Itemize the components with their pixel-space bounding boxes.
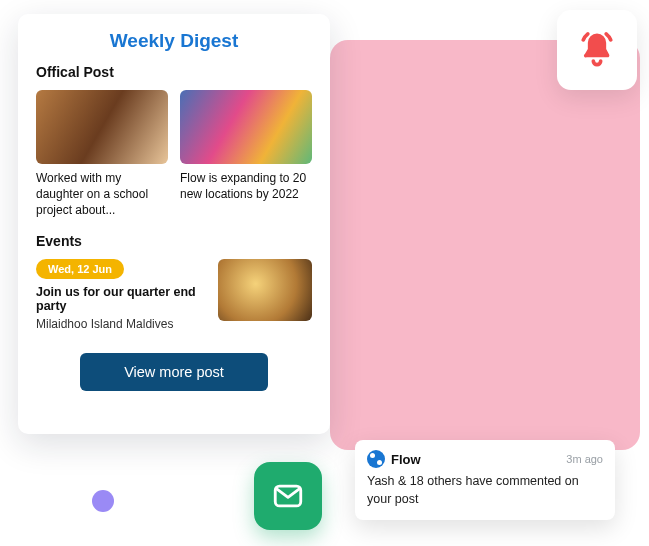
decorative-dot bbox=[92, 490, 114, 512]
post-caption: Worked with my daughter on a school proj… bbox=[36, 170, 168, 219]
event-date-badge: Wed, 12 Jun bbox=[36, 259, 124, 279]
flow-app-icon bbox=[367, 450, 385, 468]
official-post-heading: Offical Post bbox=[36, 64, 312, 80]
notification-app-name: Flow bbox=[391, 452, 421, 467]
events-heading: Events bbox=[36, 233, 312, 249]
notification-toast[interactable]: Flow 3m ago Yash & 18 others have commen… bbox=[355, 440, 615, 520]
hero-background bbox=[330, 40, 640, 450]
bell-notification-tile[interactable] bbox=[557, 10, 637, 90]
post-item[interactable]: Worked with my daughter on a school proj… bbox=[36, 90, 168, 219]
post-thumbnail bbox=[36, 90, 168, 164]
mail-icon bbox=[271, 479, 305, 513]
event-location: Milaidhoo Island Maldives bbox=[36, 317, 206, 331]
event-thumbnail bbox=[218, 259, 312, 321]
post-caption: Flow is expanding to 20 new locations by… bbox=[180, 170, 312, 202]
mail-app-tile[interactable] bbox=[254, 462, 322, 530]
event-title: Join us for our quarter end party bbox=[36, 285, 206, 313]
view-more-button[interactable]: View more post bbox=[80, 353, 268, 391]
weekly-digest-card: Weekly Digest Offical Post Worked with m… bbox=[18, 14, 330, 434]
notification-body: Yash & 18 others have commented on your … bbox=[367, 473, 603, 508]
event-item[interactable]: Wed, 12 Jun Join us for our quarter end … bbox=[36, 259, 312, 331]
notification-time: 3m ago bbox=[566, 453, 603, 465]
digest-title: Weekly Digest bbox=[36, 30, 312, 52]
bell-icon bbox=[575, 28, 619, 72]
post-item[interactable]: Flow is expanding to 20 new locations by… bbox=[180, 90, 312, 219]
post-thumbnail bbox=[180, 90, 312, 164]
